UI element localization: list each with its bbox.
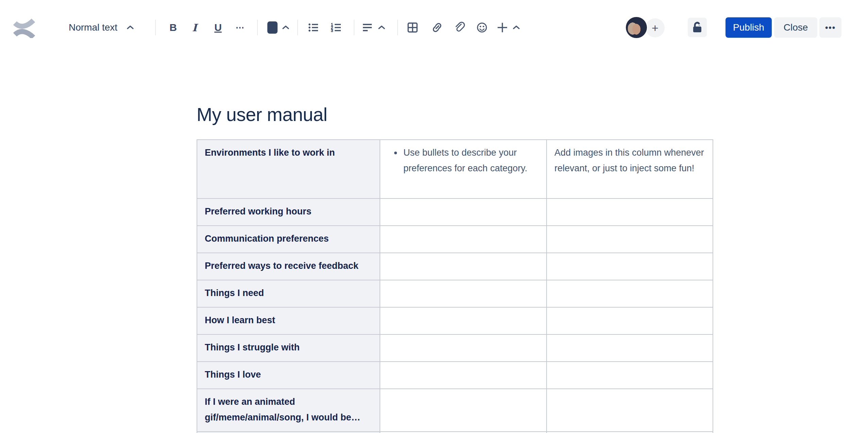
toolbar-divider: [257, 20, 258, 35]
table-row: How I learn best: [197, 307, 713, 334]
text-color-swatch-icon: [267, 21, 278, 34]
toolbar-divider: [297, 20, 298, 35]
bullet-item: Use bullets to describe your preferences…: [402, 145, 539, 176]
more-formatting-icon: ⋯: [236, 22, 246, 33]
restrictions-button[interactable]: [688, 18, 707, 37]
text-style-dropdown[interactable]: Normal text: [69, 18, 134, 37]
row-label-cell[interactable]: Preferred ways to receive feedback: [197, 253, 380, 280]
page-title[interactable]: My user manual: [197, 104, 327, 125]
preferences-cell[interactable]: [380, 334, 547, 362]
table-row: Things I struggle with: [197, 334, 713, 362]
publish-button[interactable]: Publish: [725, 17, 772, 38]
preferences-cell[interactable]: Use bullets to describe your preferences…: [380, 140, 547, 198]
table-row: Things I need: [197, 280, 713, 307]
images-cell[interactable]: [547, 389, 713, 432]
table-row: Things I love: [197, 362, 713, 389]
toolbar-divider: [155, 20, 156, 35]
table-row: Communication preferences: [197, 226, 713, 253]
preferences-cell[interactable]: [380, 362, 547, 389]
svg-text:3: 3: [331, 29, 333, 33]
images-cell[interactable]: [547, 307, 713, 334]
text-style-label: Normal text: [69, 22, 117, 33]
preferences-cell[interactable]: [380, 432, 547, 433]
link-icon: [431, 21, 444, 34]
row-label-cell[interactable]: Communication preferences: [197, 226, 380, 253]
insert-more-button[interactable]: [496, 18, 520, 37]
insert-emoji-button[interactable]: [473, 18, 491, 37]
row-label-cell[interactable]: [197, 432, 380, 433]
table-icon: [406, 21, 419, 34]
row-label-cell[interactable]: Things I need: [197, 280, 380, 307]
chevron-up-icon: [126, 25, 134, 30]
table-row: [197, 432, 713, 433]
images-cell[interactable]: [547, 362, 713, 389]
images-cell[interactable]: Add images in this column whenever relev…: [547, 140, 713, 198]
insert-link-button[interactable]: [428, 18, 446, 37]
emoji-icon: [475, 21, 488, 34]
preferences-cell[interactable]: [380, 198, 547, 226]
more-actions-button[interactable]: •••: [819, 17, 841, 38]
chevron-up-icon: [378, 25, 386, 30]
images-cell[interactable]: [547, 280, 713, 307]
table-row: If I were an animated gif/meme/animal/so…: [197, 389, 713, 432]
attach-file-button[interactable]: [451, 18, 468, 37]
images-cell[interactable]: [547, 334, 713, 362]
confluence-editor: Normal text B I U ⋯ 1: [0, 0, 868, 433]
avatar[interactable]: [626, 17, 647, 38]
user-manual-table: Environments I like to work inUse bullet…: [197, 139, 713, 433]
row-label-cell[interactable]: Things I struggle with: [197, 334, 380, 362]
images-cell[interactable]: [547, 226, 713, 253]
preferences-cell[interactable]: [380, 226, 547, 253]
text-color-button[interactable]: [267, 18, 290, 37]
numbered-list-icon: 1 2 3: [330, 21, 343, 34]
table-row: Preferred ways to receive feedback: [197, 253, 713, 280]
insert-plus-icon: [496, 21, 509, 34]
underline-icon: U: [214, 22, 222, 33]
invite-collaborator-button[interactable]: +: [646, 18, 665, 37]
images-cell[interactable]: [547, 432, 713, 433]
chevron-up-icon: [512, 25, 520, 30]
toolbar-divider: [354, 20, 354, 35]
preferences-cell[interactable]: [380, 253, 547, 280]
alignment-button[interactable]: [361, 18, 386, 37]
italic-button[interactable]: I: [186, 18, 203, 37]
numbered-list-button[interactable]: 1 2 3: [327, 18, 345, 37]
insert-table-button[interactable]: [404, 18, 421, 37]
toolbar-divider: [397, 20, 398, 35]
close-button[interactable]: Close: [774, 17, 817, 38]
confluence-logo-icon[interactable]: [12, 17, 37, 38]
preferences-cell[interactable]: [380, 307, 547, 334]
table-row: Environments I like to work inUse bullet…: [197, 140, 713, 198]
chevron-up-icon: [282, 25, 290, 30]
bullet-list-icon: [307, 21, 320, 34]
italic-icon: I: [192, 22, 197, 34]
row-label-cell[interactable]: Preferred working hours: [197, 198, 380, 226]
preferences-cell[interactable]: [380, 280, 547, 307]
bullet-list-button[interactable]: [305, 18, 322, 37]
align-left-icon: [361, 21, 374, 34]
editor-toolbar: Normal text B I U ⋯ 1: [0, 0, 868, 44]
table-row: Preferred working hours: [197, 198, 713, 226]
attachment-icon: [453, 21, 466, 34]
images-cell[interactable]: [547, 198, 713, 226]
row-label-cell[interactable]: If I were an animated gif/meme/animal/so…: [197, 389, 380, 432]
underline-button[interactable]: U: [209, 18, 227, 37]
bold-icon: B: [169, 22, 177, 33]
row-label-cell[interactable]: Things I love: [197, 362, 380, 389]
images-cell[interactable]: [547, 253, 713, 280]
bold-button[interactable]: B: [164, 18, 182, 37]
preferences-cell[interactable]: [380, 389, 547, 432]
plus-icon: +: [652, 21, 658, 35]
row-label-cell[interactable]: How I learn best: [197, 307, 380, 334]
more-formatting-button[interactable]: ⋯: [232, 18, 249, 37]
unlock-icon: [691, 21, 703, 34]
row-label-cell[interactable]: Environments I like to work in: [197, 140, 380, 198]
